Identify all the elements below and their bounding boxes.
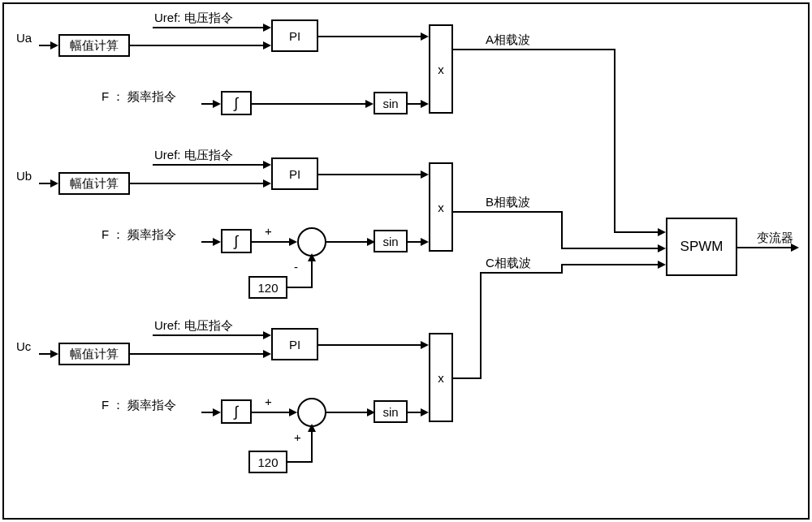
block-pi-b: PI <box>271 157 318 190</box>
arrow <box>153 164 266 166</box>
sum-b <box>297 227 326 257</box>
label-minus-b: - <box>294 260 298 274</box>
block-integral-a: ∫ <box>221 91 252 115</box>
arrowhead <box>308 253 316 261</box>
arrow <box>614 49 615 231</box>
text: x <box>438 371 444 385</box>
label-carrier-a: A相载波 <box>486 32 530 48</box>
arrowhead <box>50 41 58 50</box>
arrowhead <box>421 170 429 179</box>
arrowhead <box>658 244 666 252</box>
arrowhead <box>263 350 271 358</box>
arrow <box>287 461 311 463</box>
arrowhead <box>421 408 429 416</box>
label-plus-c1: + <box>265 395 272 408</box>
arrow <box>614 231 661 233</box>
arrowhead <box>263 161 271 169</box>
arrow <box>318 344 424 346</box>
block-mult-a: x <box>429 24 453 114</box>
block-sin-c: sin <box>374 400 408 423</box>
label-converter: 变流器 <box>757 231 793 246</box>
label-carrier-b: B相载波 <box>486 195 530 210</box>
arrow <box>561 211 563 248</box>
label-uref-a: Uref: 电压指令 <box>154 11 233 26</box>
arrow <box>318 36 424 37</box>
text: ∫ <box>235 403 239 421</box>
arrowhead <box>289 238 297 246</box>
arrowhead <box>50 179 58 188</box>
label-freq-c: F ： 频率指令 <box>102 398 177 413</box>
arrow <box>561 248 661 249</box>
arrowhead <box>263 24 271 32</box>
arrow <box>453 211 563 213</box>
arrow <box>480 272 561 274</box>
text: x <box>438 63 444 76</box>
label-freq-a: F ： 频率指令 <box>102 89 177 105</box>
arrowhead <box>421 341 429 349</box>
arrowhead <box>263 331 271 339</box>
arrow <box>153 27 266 28</box>
text: 幅值计算 <box>70 176 119 192</box>
block-sin-b: sin <box>374 230 408 252</box>
arrow <box>453 49 615 50</box>
text: ∫ <box>235 233 239 250</box>
block-mult-c: x <box>429 333 453 422</box>
arrowhead <box>213 408 221 416</box>
text: PI <box>289 167 300 181</box>
text: PI <box>289 29 300 43</box>
arrow <box>453 377 482 379</box>
block-amp-calc-c: 幅值计算 <box>58 343 130 365</box>
arrow <box>287 287 311 288</box>
arrow <box>130 183 268 184</box>
arrowhead <box>308 424 316 432</box>
text: 120 <box>257 281 278 295</box>
sum-c <box>297 398 326 427</box>
label-uc: Uc <box>16 339 31 353</box>
label-plus-c2: + <box>294 430 301 444</box>
block-120-c: 120 <box>248 451 287 473</box>
arrow <box>318 174 424 175</box>
block-spwm: SPWM <box>666 218 737 276</box>
block-pi-a: PI <box>271 19 318 52</box>
arrowhead <box>421 32 429 41</box>
arrow <box>311 427 313 463</box>
arrowhead <box>50 350 58 358</box>
text: 幅值计算 <box>70 38 119 54</box>
arrowhead <box>658 228 666 236</box>
arrowhead <box>421 100 429 108</box>
arrow <box>252 412 292 413</box>
arrow <box>130 45 268 46</box>
arrowhead <box>263 41 271 50</box>
diagram-canvas: Ua 幅值计算 Uref: 电压指令 PI F ： 频率指令 ∫ sin x A… <box>0 0 812 522</box>
arrowhead <box>213 100 221 108</box>
arrow <box>252 241 292 243</box>
block-amp-calc-b: 幅值计算 <box>58 172 130 195</box>
label-carrier-c: C相载波 <box>486 256 531 271</box>
arrow <box>130 353 268 355</box>
text: PI <box>289 338 300 352</box>
block-pi-c: PI <box>271 328 318 360</box>
arrowhead <box>791 244 799 252</box>
block-sin-a: sin <box>374 92 408 114</box>
arrow <box>252 103 369 105</box>
arrow <box>737 247 794 248</box>
text: sin <box>382 405 398 419</box>
text: 幅值计算 <box>70 347 119 362</box>
text: ∫ <box>235 95 239 112</box>
arrow <box>480 272 482 379</box>
arrow <box>153 334 266 336</box>
arrowhead <box>421 238 429 246</box>
arrow <box>561 264 661 265</box>
arrowhead <box>289 408 297 416</box>
block-mult-b: x <box>429 162 453 252</box>
block-120-b: 120 <box>248 276 287 299</box>
text: sin <box>382 97 398 110</box>
arrow <box>326 241 371 243</box>
block-integral-b: ∫ <box>221 229 252 253</box>
arrowhead <box>263 179 271 188</box>
arrowhead <box>658 261 666 269</box>
arrowhead <box>365 100 374 108</box>
label-uref-b: Uref: 电压指令 <box>154 148 233 163</box>
label-ub: Ub <box>16 169 32 183</box>
text: sin <box>382 235 398 248</box>
